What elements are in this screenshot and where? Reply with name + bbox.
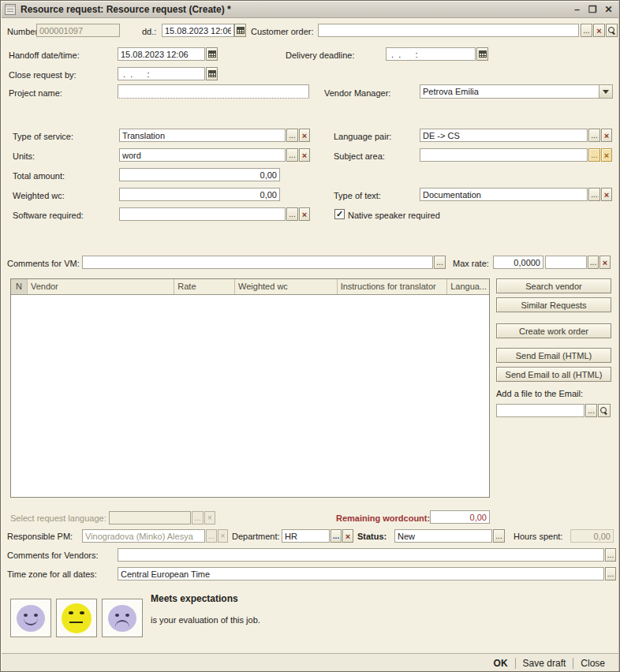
department-field[interactable]	[282, 529, 330, 543]
max-rate-field[interactable]	[493, 256, 543, 269]
dd-date-field[interactable]	[162, 24, 234, 37]
evaluation-subtitle: is your evaluation of this job.	[151, 615, 260, 625]
title-bar: Resource request: Resource request (Crea…	[2, 2, 618, 18]
add-file-search-button[interactable]	[598, 404, 611, 417]
department-label: Department:	[232, 532, 280, 542]
subject-area-clear-button[interactable]: ×	[601, 148, 612, 162]
status-ellipsis-button[interactable]: ...	[493, 529, 505, 543]
subject-area-label: Subject area:	[334, 151, 385, 162]
handoff-date-field[interactable]	[118, 47, 205, 61]
type-of-text-clear-button[interactable]: ×	[601, 188, 612, 201]
comments-vendors-ellipsis-button[interactable]: ...	[605, 548, 616, 562]
column-header-language[interactable]: Langua...	[447, 279, 489, 294]
comments-vm-field[interactable]	[82, 256, 433, 269]
language-pair-field[interactable]	[420, 129, 588, 142]
customer-order-ellipsis-button[interactable]: ...	[581, 24, 592, 37]
weighted-wc-field[interactable]	[119, 188, 280, 201]
close-request-date-field[interactable]	[118, 67, 205, 80]
customer-order-search-button[interactable]	[606, 24, 618, 37]
remaining-wordcount-label: Remaining wordcount:	[336, 513, 430, 524]
type-of-text-field[interactable]	[420, 188, 588, 201]
units-ellipsis-button[interactable]: ...	[286, 148, 298, 162]
responsible-pm-clear-button: ×	[218, 529, 228, 543]
vendor-manager-value[interactable]	[420, 85, 599, 98]
comments-vendors-field[interactable]	[118, 548, 604, 562]
send-email-button[interactable]: Send Email (HTML)	[496, 348, 611, 363]
responsible-pm-ellipsis-button: ...	[206, 529, 217, 543]
rating-neutral-button[interactable]	[56, 599, 97, 637]
max-rate-clear-button[interactable]: ×	[599, 256, 611, 269]
vendor-table[interactable]: N Vendor Rate Weighted wc Instructions f…	[10, 278, 490, 498]
number-label: Number:	[7, 27, 40, 37]
vendor-manager-combobox[interactable]	[420, 84, 613, 99]
language-pair-ellipsis-button[interactable]: ...	[588, 129, 600, 142]
max-rate-ellipsis-button[interactable]: ...	[588, 256, 599, 269]
max-rate-currency-field[interactable]	[545, 256, 587, 269]
total-amount-field[interactable]	[119, 168, 280, 181]
calendar-icon	[208, 50, 216, 58]
select-language-ellipsis-button: ...	[192, 511, 204, 525]
minimize-icon[interactable]: –	[570, 4, 584, 16]
close-request-calendar-button[interactable]	[206, 67, 218, 80]
units-field[interactable]	[119, 148, 286, 162]
rating-happy-button[interactable]	[10, 599, 51, 637]
status-label: Status:	[357, 532, 387, 542]
type-of-text-ellipsis-button[interactable]: ...	[588, 188, 600, 201]
comments-vm-ellipsis-button[interactable]: ...	[434, 256, 446, 269]
calendar-icon	[237, 27, 245, 34]
dd-label: dd.:	[142, 27, 156, 37]
type-of-service-label: Type of service:	[13, 132, 73, 142]
handoff-calendar-button[interactable]	[206, 47, 218, 61]
units-label: Units:	[13, 151, 35, 162]
timezone-ellipsis-button[interactable]: ...	[605, 567, 616, 581]
software-required-field[interactable]	[119, 207, 286, 221]
dd-calendar-button[interactable]	[234, 24, 246, 37]
delivery-deadline-field[interactable]	[386, 47, 476, 61]
subject-area-ellipsis-button[interactable]: ...	[588, 148, 600, 162]
close-icon[interactable]: ✕	[602, 4, 615, 16]
native-speaker-checkbox[interactable]: ✓	[334, 209, 345, 219]
department-clear-button[interactable]: ×	[342, 529, 353, 543]
hours-spent-field	[570, 529, 614, 543]
happy-face-icon	[17, 605, 45, 632]
select-request-language-label: Select request language:	[10, 513, 106, 524]
customer-order-clear-button[interactable]: ×	[593, 24, 605, 37]
department-ellipsis-button[interactable]: ...	[331, 529, 342, 543]
software-clear-button[interactable]: ×	[299, 207, 310, 221]
save-draft-button[interactable]: Save draft	[516, 658, 573, 669]
add-file-ellipsis-button[interactable]: ...	[585, 404, 597, 417]
column-header-n[interactable]: N	[11, 279, 28, 294]
column-header-rate[interactable]: Rate	[174, 279, 235, 294]
customer-order-field[interactable]	[318, 24, 579, 37]
units-clear-button[interactable]: ×	[299, 148, 310, 162]
maximize-icon[interactable]: ❒	[586, 4, 599, 16]
software-ellipsis-button[interactable]: ...	[286, 207, 298, 221]
rating-sad-button[interactable]	[102, 599, 143, 637]
type-of-service-field[interactable]	[119, 129, 286, 142]
close-button[interactable]: Close	[573, 658, 612, 669]
timezone-field[interactable]	[118, 567, 604, 581]
column-header-vendor[interactable]: Vendor	[28, 279, 174, 294]
status-field[interactable]	[394, 529, 492, 543]
vendor-table-body[interactable]	[11, 295, 489, 497]
responsible-pm-label: Responsible PM:	[7, 532, 73, 542]
native-speaker-label: Native speaker required	[348, 211, 440, 221]
remaining-wordcount-field	[430, 510, 490, 524]
type-of-service-ellipsis-button[interactable]: ...	[286, 129, 298, 142]
column-header-weighted-wc[interactable]: Weighted wc	[235, 279, 338, 294]
vendor-manager-dropdown-button[interactable]	[599, 85, 612, 98]
column-header-instructions[interactable]: Instructions for translator	[338, 279, 448, 294]
select-request-language-field	[109, 511, 191, 525]
delivery-calendar-button[interactable]	[476, 47, 488, 61]
comments-vendors-label: Comments for Vendors:	[7, 551, 99, 561]
ok-button[interactable]: OK	[487, 658, 515, 669]
language-pair-clear-button[interactable]: ×	[601, 129, 612, 142]
similar-requests-button[interactable]: Similar Requests	[496, 297, 611, 312]
create-work-order-button[interactable]: Create work order	[496, 323, 611, 338]
subject-area-field[interactable]	[420, 148, 588, 162]
search-vendor-button[interactable]: Search vendor	[496, 278, 611, 293]
project-name-field[interactable]	[118, 84, 309, 99]
add-file-field[interactable]	[496, 404, 585, 417]
send-email-all-button[interactable]: Send Email to all (HTML)	[496, 367, 611, 382]
type-of-service-clear-button[interactable]: ×	[299, 129, 310, 142]
